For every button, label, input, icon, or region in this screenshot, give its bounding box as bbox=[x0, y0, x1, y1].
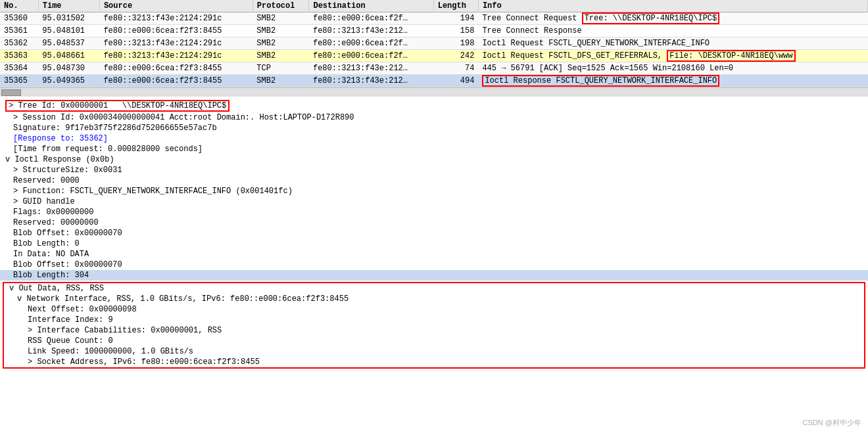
cell-time: 95.048730 bbox=[38, 62, 99, 75]
time-from-line: [Time from request: 0.000828000 seconds] bbox=[0, 144, 868, 154]
table-row[interactable]: 35360 95.031502 fe80::3213:f43e:2124:291… bbox=[0, 12, 868, 25]
cell-no: 35362 bbox=[0, 37, 38, 50]
cell-protocol: SMB2 bbox=[253, 25, 309, 37]
cell-protocol: SMB2 bbox=[253, 37, 309, 50]
cell-no: 35361 bbox=[0, 25, 38, 37]
info-highlight: File: \DESKTOP-4NR18EQ\www bbox=[667, 50, 795, 62]
table-row[interactable]: 35362 95.048537 fe80::3213:f43e:2124:291… bbox=[0, 37, 868, 50]
cell-info: Ioctl Request FSCTL_DFS_GET_REFERRALS, F… bbox=[478, 50, 867, 62]
blob-offset2-line: Blob Offset: 0x00000070 bbox=[0, 260, 868, 270]
col-info: Info bbox=[478, 0, 867, 12]
cell-protocol: TCP bbox=[253, 62, 309, 75]
cell-info: Ioctl Request FSCTL_QUERY_NETWORK_INTERF… bbox=[478, 37, 867, 50]
cell-time: 95.048537 bbox=[38, 37, 99, 50]
cell-source: fe80::3213:f43e:2124:291c bbox=[99, 12, 253, 25]
cell-time: 95.031502 bbox=[38, 12, 99, 25]
col-source: Source bbox=[99, 0, 253, 12]
cell-length: 194 bbox=[433, 12, 478, 25]
out-data-title[interactable]: v Out Data, RSS, RSS bbox=[4, 283, 864, 294]
tree-id-line[interactable]: > Tree Id: 0x00000001 \\DESKTOP-4NR18EQ\… bbox=[0, 99, 868, 112]
cell-time: 95.048101 bbox=[38, 25, 99, 37]
watermark: CSDN @村中少年 bbox=[803, 418, 861, 428]
cell-source: fe80::3213:f43e:2124:291c bbox=[99, 50, 253, 62]
guid-handle-line[interactable]: > GUID handle bbox=[0, 196, 868, 207]
blob-length-line: Blob Length: 0 bbox=[0, 239, 868, 249]
flags-line: Flags: 0x00000000 bbox=[0, 207, 868, 217]
struct-size-line[interactable]: > StructureSize: 0x0031 bbox=[0, 165, 868, 175]
info-highlight: Tree: \\DESKTOP-4NR18EQ\IPC$ bbox=[582, 12, 720, 24]
cell-source: fe80::3213:f43e:2124:291c bbox=[99, 37, 253, 50]
cell-info: Tree Connect Request Tree: \\DESKTOP-4NR… bbox=[478, 12, 867, 25]
cell-destination: fe80::3213:f43e:212… bbox=[309, 62, 433, 75]
out-data-section: v Out Data, RSS, RSS v Network Interface… bbox=[3, 282, 865, 369]
in-data-line: In Data: NO DATA bbox=[0, 249, 868, 260]
cell-length: 494 bbox=[433, 75, 478, 87]
info-highlight-full: Ioctl Response FSCTL_QUERY_NETWORK_INTER… bbox=[482, 75, 719, 87]
session-id-line: > Session Id: 0x0000340000000041 Acct:ro… bbox=[0, 112, 868, 123]
table-row[interactable]: 35361 95.048101 fe80::e000:6cea:f2f3:845… bbox=[0, 25, 868, 37]
packet-list-section: No. Time Source Protocol Destination Len… bbox=[0, 0, 868, 97]
cell-destination: fe80::e000:6cea:f2f… bbox=[309, 50, 433, 62]
cell-info: Tree Connect Response bbox=[478, 25, 867, 37]
cell-length: 242 bbox=[433, 50, 478, 62]
cell-protocol: SMB2 bbox=[253, 50, 309, 62]
cell-info: 445 → 56791 [ACK] Seq=1525 Ack=1565 Win=… bbox=[478, 62, 867, 75]
horizontal-scrollbar[interactable] bbox=[0, 87, 868, 97]
rss-queue-count-line: RSS Queue Count: 0 bbox=[4, 336, 864, 346]
cell-no: 35360 bbox=[0, 12, 38, 25]
interface-capabilities-line[interactable]: > Interface Cababilities: 0x00000001, RS… bbox=[4, 325, 864, 336]
blob-offset-line: Blob Offset: 0x00000070 bbox=[0, 228, 868, 239]
network-interface-line[interactable]: v Network Interface, RSS, 1.0 GBits/s, I… bbox=[4, 294, 864, 304]
cell-time: 95.048661 bbox=[38, 50, 99, 62]
scrollbar-thumb[interactable] bbox=[1, 89, 21, 96]
cell-source: fe80::e000:6cea:f2f3:8455 bbox=[99, 62, 253, 75]
col-no: No. bbox=[0, 0, 38, 12]
response-to-line[interactable]: [Response to: 35362] bbox=[0, 133, 868, 144]
interface-index-line: Interface Index: 9 bbox=[4, 315, 864, 325]
col-length: Length bbox=[433, 0, 478, 12]
reserved-line: Reserved: 0000 bbox=[0, 175, 868, 186]
main-container: No. Time Source Protocol Destination Len… bbox=[0, 0, 868, 433]
ioctl-response-line[interactable]: v Ioctl Response (0x0b) bbox=[0, 154, 868, 165]
col-protocol: Protocol bbox=[253, 0, 309, 12]
cell-source: fe80::e000:6cea:f2f3:8455 bbox=[99, 25, 253, 37]
cell-destination: fe80::e000:6cea:f2f… bbox=[309, 12, 433, 25]
cell-no: 35365 bbox=[0, 75, 38, 87]
col-destination: Destination bbox=[309, 0, 433, 12]
socket-address-line[interactable]: > Socket Address, IPv6: fe80::e000:6cea:… bbox=[4, 357, 864, 367]
next-offset-line: Next Offset: 0x00000098 bbox=[4, 304, 864, 315]
cell-protocol: SMB2 bbox=[253, 75, 309, 87]
signature-line: Signature: 9f17eb3f75f2286d752066655e57a… bbox=[0, 123, 868, 133]
cell-destination: fe80::e000:6cea:f2f… bbox=[309, 37, 433, 50]
reserved2-line: Reserved: 00000000 bbox=[0, 217, 868, 228]
blob-length2-line: Blob Length: 304 bbox=[0, 270, 868, 281]
col-time: Time bbox=[38, 0, 99, 12]
table-row[interactable]: 35364 95.048730 fe80::e000:6cea:f2f3:845… bbox=[0, 62, 868, 75]
tree-id-box: > Tree Id: 0x00000001 \\DESKTOP-4NR18EQ\… bbox=[5, 100, 229, 112]
cell-length: 198 bbox=[433, 37, 478, 50]
cell-destination: fe80::3213:f43e:212… bbox=[309, 75, 433, 87]
cell-length: 74 bbox=[433, 62, 478, 75]
link-speed-line: Link Speed: 1000000000, 1.0 GBits/s bbox=[4, 346, 864, 357]
cell-info: Ioctl Response FSCTL_QUERY_NETWORK_INTER… bbox=[478, 75, 867, 87]
packet-table: No. Time Source Protocol Destination Len… bbox=[0, 0, 868, 87]
cell-source: fe80::e000:6cea:f2f3:8455 bbox=[99, 75, 253, 87]
cell-destination: fe80::3213:f43e:212… bbox=[309, 25, 433, 37]
cell-no: 35364 bbox=[0, 62, 38, 75]
cell-time: 95.049365 bbox=[38, 75, 99, 87]
table-header-row: No. Time Source Protocol Destination Len… bbox=[0, 0, 868, 12]
function-line[interactable]: > Function: FSCTL_QUERY_NETWORK_INTERFAC… bbox=[0, 186, 868, 196]
table-row[interactable]: 35363 95.048661 fe80::3213:f43e:2124:291… bbox=[0, 50, 868, 62]
table-row[interactable]: 35365 95.049365 fe80::e000:6cea:f2f3:845… bbox=[0, 75, 868, 87]
cell-protocol: SMB2 bbox=[253, 12, 309, 25]
cell-length: 158 bbox=[433, 25, 478, 37]
detail-panel: > Tree Id: 0x00000001 \\DESKTOP-4NR18EQ\… bbox=[0, 97, 868, 433]
cell-no: 35363 bbox=[0, 50, 38, 62]
